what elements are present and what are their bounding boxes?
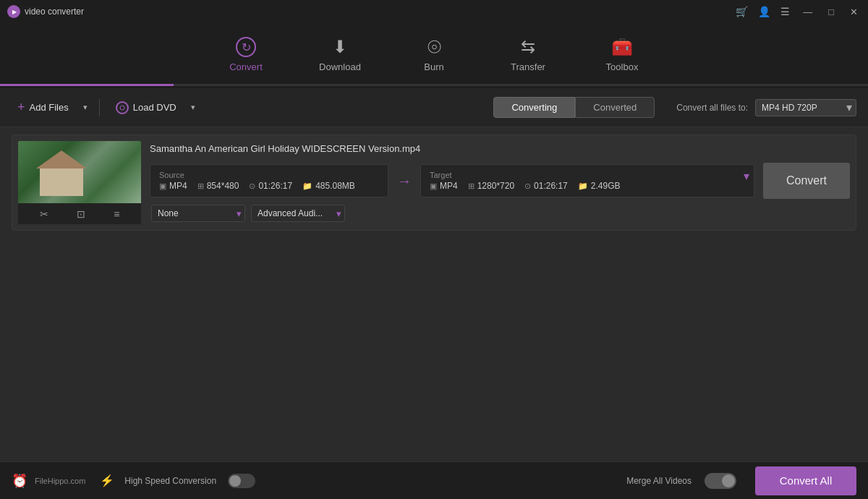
bottombar: ⏰ FileHippo.com ⚡ High Speed Conversion … xyxy=(0,461,868,499)
source-meta-row: ▣ MP4 ⊞ 854*480 ⊙ 01:26:17 xyxy=(159,181,355,191)
toolbar-toolbox-label: Toolbox xyxy=(606,61,639,72)
download-icon: ⬇ xyxy=(333,37,347,57)
toolbar-item-toolbox[interactable]: 🧰 Toolbox xyxy=(597,37,647,72)
app-title: video converter xyxy=(25,7,84,17)
add-files-label: Add Files xyxy=(30,102,69,113)
audio-select-wrap: Advanced Audi... xyxy=(251,205,345,222)
target-resolution: ⊞ 1280*720 xyxy=(468,181,514,191)
logo-icon xyxy=(7,5,20,18)
target-box: Target ▣ MP4 ⊞ 1280*720 xyxy=(420,164,754,197)
merge-toggle[interactable] xyxy=(705,473,736,489)
thumbnail-controls: ✂ ⊡ ≡ xyxy=(18,203,141,224)
target-label: Target xyxy=(430,171,621,179)
cart-icon[interactable]: 🛒 xyxy=(736,6,748,17)
alarm-icon: ⏰ xyxy=(12,473,27,489)
target-duration: ⊙ 01:26:17 xyxy=(524,181,568,191)
convert-icon xyxy=(236,37,256,57)
toolbox-icon: 🧰 xyxy=(611,37,633,57)
target-format-value: MP4 xyxy=(440,181,458,191)
content-area: ✂ ⊡ ≡ Samantha An American Girl Holiday … xyxy=(0,127,868,461)
tab-converted[interactable]: Converted xyxy=(575,97,655,118)
target-size: 📁 2.49GB xyxy=(578,181,621,191)
target-film-icon: ▣ xyxy=(430,182,437,191)
subtitle-audio-row: None Advanced Audi... xyxy=(150,205,850,222)
target-meta-row: ▣ MP4 ⊞ 1280*720 ⊙ 01:26:17 xyxy=(430,181,621,191)
source-duration-value: 01:26:17 xyxy=(258,181,292,191)
target-format: ▣ MP4 xyxy=(430,181,458,191)
filehippo-logo: FileHippo.com xyxy=(35,477,85,485)
folder-icon: 📁 xyxy=(302,182,312,191)
source-target-row: Source ▣ MP4 ⊞ 854*480 xyxy=(150,163,850,199)
toolbar-item-burn[interactable]: ⦾ Burn xyxy=(409,37,459,72)
toolbar-item-transfer[interactable]: ⇆ Transfer xyxy=(503,37,553,72)
audio-select[interactable]: Advanced Audi... xyxy=(251,205,345,222)
clock-icon: ⊙ xyxy=(249,182,255,191)
convert-button[interactable]: Convert xyxy=(763,163,850,199)
source-format: ▣ MP4 xyxy=(159,181,187,191)
source-resolution: ⊞ 854*480 xyxy=(197,181,239,191)
format-select[interactable]: MP4 HD 720P xyxy=(755,99,856,116)
titlebar: video converter 🛒 👤 ☰ — □ ✕ xyxy=(0,0,868,23)
menu-icon[interactable]: ☰ xyxy=(780,6,790,17)
file-item-top: ✂ ⊡ ≡ Samantha An American Girl Holiday … xyxy=(12,135,856,230)
target-resolution-value: 1280*720 xyxy=(477,181,514,191)
minimize-button[interactable]: — xyxy=(800,5,815,19)
target-size-value: 2.49GB xyxy=(591,181,621,191)
load-dvd-dropdown[interactable]: ▾ xyxy=(190,100,197,115)
subtitle-select[interactable]: None xyxy=(151,205,245,222)
convert-all-button[interactable]: Convert All xyxy=(755,466,856,495)
target-dropdown-button[interactable]: ▾ xyxy=(744,169,749,183)
film-icon: ▣ xyxy=(159,182,166,191)
add-files-button[interactable]: + Add Files xyxy=(12,96,75,119)
thumbnail-image xyxy=(18,141,141,203)
titlebar-controls: 🛒 👤 ☰ — □ ✕ xyxy=(736,5,861,19)
load-dvd-button[interactable]: Load DVD xyxy=(110,98,182,118)
source-size-value: 485.08MB xyxy=(315,181,355,191)
source-box: Source ▣ MP4 ⊞ 854*480 xyxy=(150,164,388,197)
dvd-icon xyxy=(116,101,129,114)
speed-label: High Speed Conversion xyxy=(124,476,216,486)
file-name: Samantha An American Girl Holiday WIDESC… xyxy=(150,143,850,154)
load-dvd-label: Load DVD xyxy=(133,102,176,113)
target-duration-value: 01:26:17 xyxy=(534,181,568,191)
source-duration: ⊙ 01:26:17 xyxy=(249,181,292,191)
merge-all-label: Merge All Videos xyxy=(626,476,692,486)
source-resolution-value: 854*480 xyxy=(207,181,239,191)
scissors-icon[interactable]: ✂ xyxy=(40,208,48,220)
maximize-button[interactable]: □ xyxy=(825,5,837,19)
toolbar-transfer-label: Transfer xyxy=(511,61,545,72)
transfer-icon: ⇆ xyxy=(521,37,535,57)
target-info: Target ▣ MP4 ⊞ 1280*720 xyxy=(430,171,621,191)
actionbar-divider xyxy=(99,99,100,116)
convert-all-files-label: Convert all files to: xyxy=(676,103,748,113)
subtitle-select-wrap: None xyxy=(151,205,245,222)
tab-converting[interactable]: Converting xyxy=(493,97,575,118)
file-info: Samantha An American Girl Holiday WIDESC… xyxy=(150,143,850,222)
target-res-icon: ⊞ xyxy=(468,182,475,191)
add-files-dropdown[interactable]: ▾ xyxy=(82,100,89,115)
app-logo: video converter xyxy=(7,5,84,18)
actionbar: + Add Files ▾ Load DVD ▾ Converting Conv… xyxy=(0,88,868,127)
plus-icon: + xyxy=(17,100,25,115)
format-select-wrap: MP4 HD 720P xyxy=(755,99,856,116)
close-button[interactable]: ✕ xyxy=(847,5,861,19)
source-info: Source ▣ MP4 ⊞ 854*480 xyxy=(159,171,355,191)
user-icon[interactable]: 👤 xyxy=(758,6,770,17)
speed-toggle[interactable] xyxy=(228,474,255,488)
toolbar-item-convert[interactable]: Convert xyxy=(221,37,271,72)
source-size: 📁 485.08MB xyxy=(302,181,355,191)
res-icon: ⊞ xyxy=(197,182,204,191)
source-format-value: MP4 xyxy=(169,181,187,191)
crop-icon[interactable]: ⊡ xyxy=(77,208,85,220)
tab-switcher: Converting Converted xyxy=(493,97,655,118)
toolbar-item-download[interactable]: ⬇ Download xyxy=(315,37,365,72)
arrow-icon: → xyxy=(397,173,412,189)
video-thumbnail: ✂ ⊡ ≡ xyxy=(18,141,141,224)
toolbar: Convert ⬇ Download ⦾ Burn ⇆ Transfer 🧰 T… xyxy=(0,23,868,88)
merge-toggle-knob xyxy=(722,474,735,487)
lightning-icon: ⚡ xyxy=(100,474,114,487)
burn-icon: ⦾ xyxy=(427,37,441,57)
settings-icon[interactable]: ≡ xyxy=(114,208,119,220)
toolbar-convert-label: Convert xyxy=(229,61,263,72)
titlebar-left: video converter xyxy=(7,5,84,18)
